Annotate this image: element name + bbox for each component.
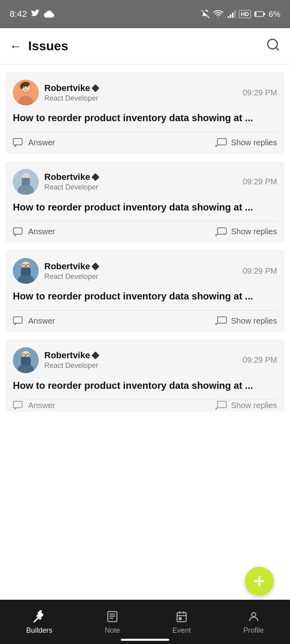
- issue-text: How to reorder product inventory data sh…: [13, 379, 277, 392]
- top-nav: ← Issues: [0, 28, 290, 64]
- show-replies-button[interactable]: Show replies: [215, 138, 277, 147]
- issue-time: 09:29 PM: [242, 266, 277, 276]
- bell-off-icon: [201, 10, 210, 19]
- issue-header: Robertvike React Developer 09:29 PM: [13, 169, 277, 195]
- cloud-icon: [44, 10, 54, 18]
- fab-button[interactable]: [245, 567, 274, 596]
- svg-rect-34: [218, 317, 226, 323]
- status-right: HD 6%: [201, 10, 280, 19]
- issue-time: 09:29 PM: [242, 88, 277, 97]
- home-indicator: [121, 639, 169, 641]
- answer-button[interactable]: Answer: [13, 227, 55, 236]
- issue-user: Robertvike React Developer: [13, 258, 98, 284]
- issue-card: Robertvike React Developer 09:29 PM How …: [6, 250, 284, 332]
- user-name: Robertvike: [44, 261, 98, 272]
- answer-icon: [13, 401, 24, 410]
- page-title: Issues: [28, 39, 68, 54]
- issue-user: Robertvike React Developer: [13, 347, 98, 373]
- back-button[interactable]: ←: [10, 39, 22, 53]
- avatar: [13, 80, 39, 105]
- user-name: Robertvike: [44, 172, 98, 182]
- user-role: React Developer: [44, 94, 98, 103]
- bottom-nav: Builders Note Event: [0, 600, 290, 644]
- signal-icon: [227, 10, 236, 19]
- verified-icon: [91, 173, 99, 181]
- replies-icon: [215, 227, 227, 236]
- status-time: 8:42: [10, 9, 27, 19]
- svg-rect-29: [21, 268, 31, 276]
- svg-rect-52: [177, 613, 186, 622]
- svg-point-57: [252, 613, 256, 617]
- user-info: Robertvike React Developer: [44, 261, 98, 281]
- user-role: React Developer: [44, 183, 98, 192]
- nav-profile[interactable]: Profile: [243, 609, 264, 635]
- svg-point-15: [27, 87, 28, 88]
- svg-rect-43: [218, 401, 226, 408]
- person-icon: [246, 609, 261, 624]
- event-icon: [174, 609, 189, 624]
- issue-actions: Answer Show replies: [13, 132, 277, 154]
- svg-rect-24: [13, 228, 22, 234]
- answer-button[interactable]: Answer: [13, 316, 55, 326]
- nav-note[interactable]: Note: [105, 609, 120, 635]
- twitter-icon: [31, 10, 40, 19]
- svg-rect-2: [230, 14, 231, 18]
- svg-rect-42: [13, 401, 22, 408]
- nav-profile-label: Profile: [243, 626, 264, 635]
- verified-icon: [91, 351, 99, 359]
- answer-icon: [13, 138, 24, 147]
- answer-icon: [13, 227, 24, 236]
- svg-rect-3: [232, 12, 234, 18]
- battery-icon: [254, 10, 265, 18]
- issue-user: Robertvike React Developer: [13, 169, 98, 195]
- answer-button[interactable]: Answer: [13, 138, 55, 147]
- svg-rect-1: [228, 17, 229, 18]
- issue-text: How to reorder product inventory data sh…: [13, 111, 277, 125]
- nav-event-label: Event: [172, 626, 191, 635]
- issue-actions: Answer Show replies: [13, 221, 277, 243]
- svg-rect-18: [13, 138, 22, 145]
- hammer-icon: [32, 609, 47, 624]
- hd-badge: HD: [239, 10, 251, 18]
- wifi-icon: [213, 10, 224, 18]
- show-replies-button[interactable]: Show replies: [215, 316, 277, 326]
- status-bar: 8:42 HD: [0, 0, 290, 28]
- issue-time: 09:29 PM: [242, 177, 277, 186]
- nav-builders[interactable]: Builders: [26, 609, 52, 635]
- replies-icon: [215, 138, 227, 147]
- issue-actions: Answer Show replies: [13, 310, 277, 332]
- show-replies-button[interactable]: Show replies: [215, 227, 277, 236]
- issue-card: Robertvike React Developer 09:29 PM How …: [6, 339, 284, 412]
- svg-rect-56: [179, 617, 181, 619]
- answer-icon: [13, 316, 24, 325]
- svg-point-14: [24, 87, 25, 88]
- verified-icon: [91, 84, 99, 92]
- svg-point-17: [20, 83, 23, 89]
- note-icon: [105, 609, 120, 624]
- user-role: React Developer: [44, 272, 98, 281]
- user-name: Robertvike: [44, 83, 98, 93]
- user-info: Robertvike React Developer: [44, 350, 98, 370]
- verified-icon: [91, 262, 99, 270]
- user-info: Robertvike React Developer: [44, 172, 98, 192]
- avatar: [13, 258, 39, 284]
- svg-rect-38: [21, 357, 31, 365]
- issues-list: Robertvike React Developer 09:29 PM How …: [0, 72, 290, 412]
- svg-rect-19: [218, 138, 226, 145]
- replies-icon: [215, 316, 227, 325]
- answer-button[interactable]: Answer: [13, 401, 55, 410]
- battery-percent: 6%: [269, 10, 280, 19]
- issue-user: Robertvike React Developer: [13, 80, 98, 105]
- user-name: Robertvike: [44, 350, 98, 361]
- nav-left: ← Issues: [10, 39, 68, 54]
- svg-line-9: [276, 47, 279, 50]
- nav-event[interactable]: Event: [172, 609, 191, 635]
- search-button[interactable]: [266, 37, 280, 55]
- issue-card: Robertvike React Developer 09:29 PM How …: [6, 161, 284, 243]
- user-role: React Developer: [44, 361, 98, 370]
- nav-note-label: Note: [105, 626, 120, 635]
- show-replies-button[interactable]: Show replies: [215, 401, 277, 410]
- svg-rect-6: [255, 12, 257, 16]
- issue-text: How to reorder product inventory data sh…: [13, 289, 277, 303]
- issue-text: How to reorder product inventory data sh…: [13, 200, 277, 214]
